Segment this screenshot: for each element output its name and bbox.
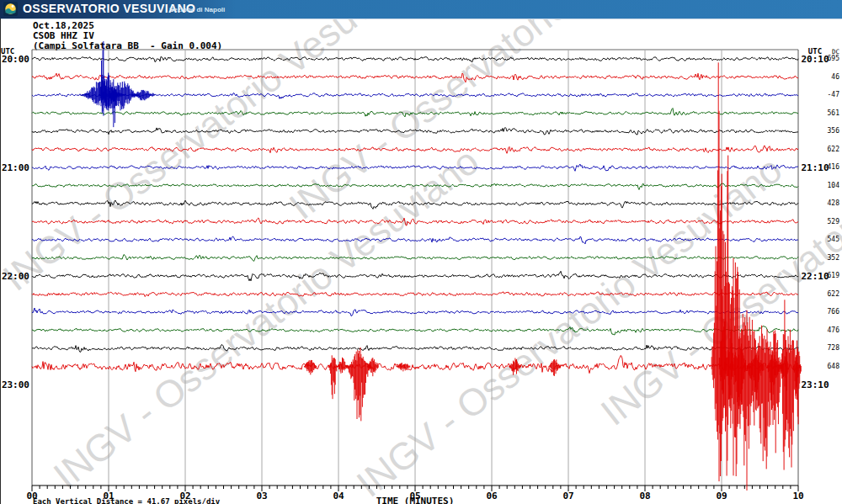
- dc-value: 428: [828, 199, 839, 207]
- dc-value: 352: [828, 254, 839, 262]
- x-axis-label: TIME (MINUTES): [348, 496, 482, 504]
- x-tick-label: 10: [786, 491, 811, 501]
- dc-value: 695: [828, 55, 839, 62]
- dc-value: 416: [828, 163, 839, 171]
- dc-value: -47: [828, 91, 839, 98]
- right-time-label: 20:10: [800, 54, 830, 65]
- dc-value: 622: [828, 146, 839, 153]
- right-time-label: 23:10: [800, 379, 830, 390]
- dc-value: 545: [828, 236, 839, 243]
- dc-value: 766: [828, 308, 839, 316]
- x-tick-label: 06: [479, 491, 504, 501]
- x-tick-label: 09: [709, 491, 734, 501]
- dc-value: 46: [831, 73, 839, 81]
- right-time-label: 22:10: [800, 271, 830, 282]
- x-tick-label: 07: [556, 491, 581, 501]
- dc-value: 728: [828, 344, 839, 352]
- right-time-label: 21:10: [800, 162, 830, 173]
- left-time-label: 20:00: [0, 54, 29, 65]
- left-time-label: 21:00: [0, 162, 29, 173]
- dc-value: 561: [828, 109, 839, 117]
- dc-value: 356: [828, 127, 839, 135]
- dc-value: 476: [828, 326, 839, 334]
- dc-value: 648: [828, 363, 839, 370]
- dc-value: 619: [828, 272, 839, 279]
- x-tick-label: 03: [249, 491, 274, 501]
- left-time-label: 22:00: [0, 271, 29, 282]
- seismogram-plot: [0, 0, 842, 504]
- helicorder-page: INGV - Osservatorio VesuvianoINGV - Osse…: [0, 0, 842, 504]
- dc-value: 529: [828, 218, 839, 225]
- footer-note: Each Vertical Distance = 41.67 pixels/di…: [33, 497, 220, 504]
- x-tick-label: 08: [632, 491, 658, 501]
- left-time-label: 23:00: [0, 379, 29, 390]
- dc-value: 622: [828, 290, 839, 298]
- dc-value: 104: [828, 182, 839, 189]
